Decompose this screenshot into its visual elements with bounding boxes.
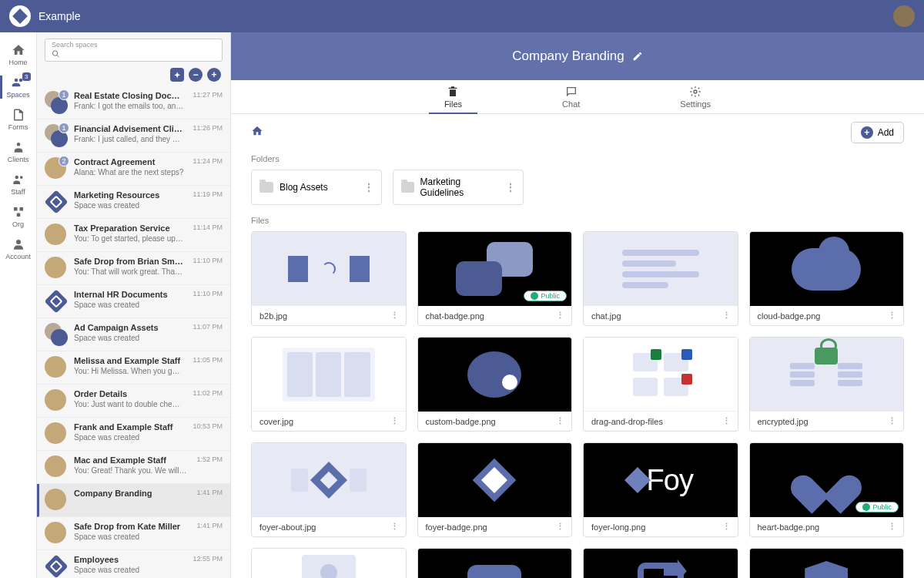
search-label: Search spaces	[52, 41, 216, 49]
space-subtitle: You: Great! Thank you. We will get bac…	[74, 466, 187, 475]
space-title: Melissa and Example Staff	[74, 356, 183, 365]
file-thumb	[584, 232, 738, 306]
file-item[interactable]: foyer-about.jpg⋮	[251, 442, 407, 537]
file-thumb: Public	[418, 232, 572, 306]
file-item[interactable]: Foyfoyer-long.png⋮	[583, 442, 738, 537]
file-item[interactable]	[749, 548, 905, 578]
svg-point-9	[694, 90, 697, 93]
space-avatar	[45, 223, 68, 247]
folder-menu-icon[interactable]: ⋮	[506, 182, 515, 193]
rail-staff[interactable]: Staff	[0, 168, 37, 200]
space-time: 11:14 PM	[192, 223, 223, 231]
space-subtitle: Space was created	[74, 201, 183, 210]
plus-button[interactable]: +	[207, 68, 221, 82]
file-name: drag-and-drop-files	[591, 417, 663, 426]
space-time: 10:53 PM	[192, 422, 223, 430]
file-menu-icon[interactable]: ⋮	[888, 522, 896, 532]
space-item[interactable]: Company Branding1:41 PM	[37, 484, 230, 517]
tab-chat[interactable]: Chat	[547, 80, 595, 113]
file-menu-icon[interactable]: ⋮	[556, 522, 564, 532]
space-item[interactable]: Ad Campaign AssetsSpace was created11:07…	[37, 318, 230, 351]
space-subtitle: Space was created	[74, 433, 183, 442]
space-title: Employees	[74, 555, 183, 564]
tab-settings[interactable]: Settings	[665, 80, 726, 113]
rail-badge: 3	[22, 72, 30, 81]
file-item[interactable]: foyer-badge.png⋮	[417, 442, 573, 537]
space-item[interactable]: 1Financial Advisement ClientsFrank: I ju…	[37, 119, 230, 153]
space-item[interactable]: Marketing ResourcesSpace was created11:1…	[37, 186, 230, 219]
space-item[interactable]: Order DetailsYou: Just want to double ch…	[37, 385, 230, 418]
file-menu-icon[interactable]: ⋮	[888, 416, 896, 426]
file-thumb	[418, 549, 572, 578]
space-title: Marketing Resources	[74, 190, 183, 200]
space-item[interactable]: 1Real Estate Closing DocumentsFrank: I g…	[37, 86, 230, 119]
space-item[interactable]: Frank and Example StaffSpace was created…	[37, 418, 230, 451]
file-item[interactable]: cover.jpg⋮	[251, 337, 407, 432]
folder-item[interactable]: Marketing Guidelines⋮	[393, 170, 524, 205]
rail-clients[interactable]: Clients	[0, 136, 37, 168]
file-menu-icon[interactable]: ⋮	[390, 416, 398, 426]
file-item[interactable]	[583, 548, 738, 578]
rail-forms[interactable]: Forms	[0, 103, 37, 136]
space-avatar	[45, 356, 68, 379]
space-title: Safe Drop from Kate Miller	[74, 522, 187, 531]
space-item[interactable]: Melissa and Example StaffYou: Hi Melissa…	[37, 351, 230, 385]
folder-menu-icon[interactable]: ⋮	[364, 182, 373, 193]
file-thumb	[750, 549, 904, 578]
chat-icon	[565, 86, 578, 98]
filter-button[interactable]: ✦	[170, 68, 184, 82]
file-item[interactable]: encrypted.jpg⋮	[749, 337, 905, 432]
rail-home[interactable]: Home	[0, 39, 37, 71]
home-icon[interactable]	[251, 125, 263, 140]
file-menu-icon[interactable]: ⋮	[722, 416, 730, 426]
file-item[interactable]: Publicheart-badge.png⋮	[749, 442, 905, 537]
rail-account[interactable]: Account	[0, 233, 37, 265]
add-button[interactable]: + Add	[851, 122, 904, 143]
file-menu-icon[interactable]: ⋮	[722, 522, 730, 532]
space-item[interactable]: Safe Drop from Brian SmithYou: That will…	[37, 252, 230, 285]
space-item[interactable]: Tax Preparation ServiceYou: To get start…	[37, 219, 230, 252]
file-menu-icon[interactable]: ⋮	[390, 522, 398, 532]
space-avatar	[45, 555, 68, 578]
file-item[interactable]	[417, 548, 573, 578]
space-title: Company Branding	[74, 489, 187, 498]
minus-button[interactable]: −	[189, 68, 203, 82]
file-thumb	[750, 232, 904, 306]
space-item[interactable]: Safe Drop from Kate MillerSpace was crea…	[37, 517, 230, 550]
file-item[interactable]: cloud-badge.png⋮	[749, 231, 905, 326]
folder-item[interactable]: Blog Assets⋮	[251, 170, 382, 205]
files-heading: Files	[251, 216, 904, 225]
rail-spaces[interactable]: Spaces3	[0, 71, 37, 103]
space-item[interactable]: Mac and Example StaffYou: Great! Thank y…	[37, 451, 230, 484]
file-item[interactable]: custom-badge.png⋮	[417, 337, 573, 432]
user-avatar[interactable]	[893, 5, 915, 27]
rail-org[interactable]: Org	[0, 200, 37, 233]
search-box[interactable]: Search spaces	[45, 39, 223, 62]
file-item[interactable]: Publicchat-badge.png⋮	[417, 231, 573, 326]
space-avatar	[45, 489, 68, 512]
tab-files[interactable]: Files	[429, 80, 477, 113]
space-subtitle: You: Just want to double check. Is this …	[74, 400, 183, 408]
space-title: Real Estate Closing Documents	[74, 91, 183, 100]
space-time: 1:41 PM	[196, 489, 223, 496]
file-menu-icon[interactable]: ⋮	[888, 311, 896, 321]
page-header: Company Branding	[231, 32, 924, 80]
file-item[interactable]: chat.jpg⋮	[583, 231, 738, 326]
file-menu-icon[interactable]: ⋮	[390, 311, 398, 321]
space-item[interactable]: EmployeesSpace was created12:55 PM	[37, 550, 230, 578]
edit-icon[interactable]	[632, 51, 643, 62]
space-item[interactable]: 2Contract AgreementAlana: What are the n…	[37, 153, 230, 186]
file-item[interactable]	[251, 548, 407, 578]
file-menu-icon[interactable]: ⋮	[556, 416, 564, 426]
tabs: FilesChatSettings	[231, 80, 924, 114]
file-menu-icon[interactable]: ⋮	[722, 311, 730, 321]
file-item[interactable]: b2b.jpg⋮	[251, 231, 407, 326]
space-time: 11:24 PM	[192, 157, 223, 165]
file-item[interactable]: drag-and-drop-files⋮	[583, 337, 738, 432]
space-subtitle: You: To get started, please upload your…	[74, 234, 183, 243]
space-item[interactable]: Internal HR DocumentsSpace was created11…	[37, 285, 230, 318]
search-input[interactable]	[65, 49, 216, 59]
space-avatar	[45, 257, 68, 280]
file-menu-icon[interactable]: ⋮	[556, 311, 564, 321]
space-time: 11:07 PM	[192, 323, 223, 331]
